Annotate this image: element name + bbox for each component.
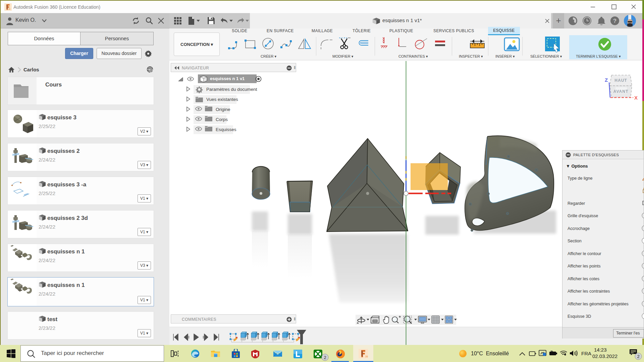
- svg-text:X: X: [634, 95, 638, 101]
- svg-text:2: 2: [324, 355, 326, 360]
- svg-text:2: 2: [637, 354, 639, 359]
- svg-text:Z: Z: [605, 77, 608, 83]
- svg-text:AVANT: AVANT: [613, 89, 629, 94]
- svg-text:HAUT: HAUT: [614, 78, 627, 83]
- svg-text:?: ?: [613, 18, 616, 24]
- svg-text:360: 360: [365, 355, 368, 358]
